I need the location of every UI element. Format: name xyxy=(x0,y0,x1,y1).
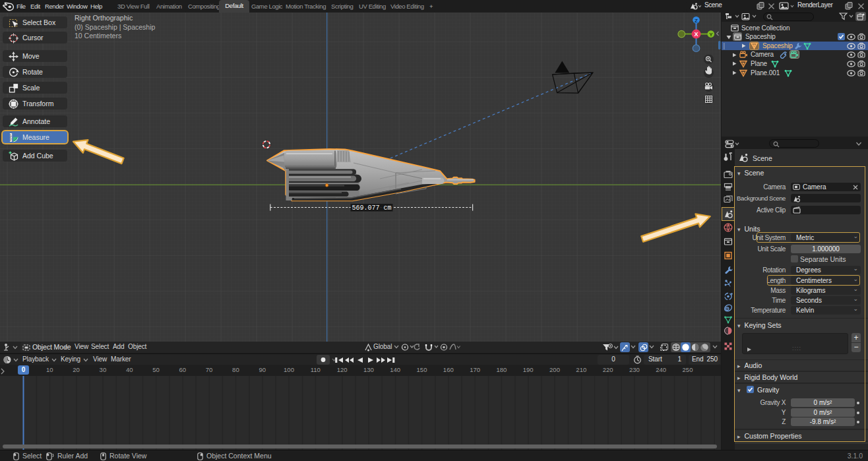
svg-text:Y: Y xyxy=(709,32,713,38)
svg-text:Z: Z xyxy=(695,18,698,24)
svg-text:X: X xyxy=(694,31,698,38)
svg-text:569.077 cm: 569.077 cm xyxy=(352,204,391,212)
